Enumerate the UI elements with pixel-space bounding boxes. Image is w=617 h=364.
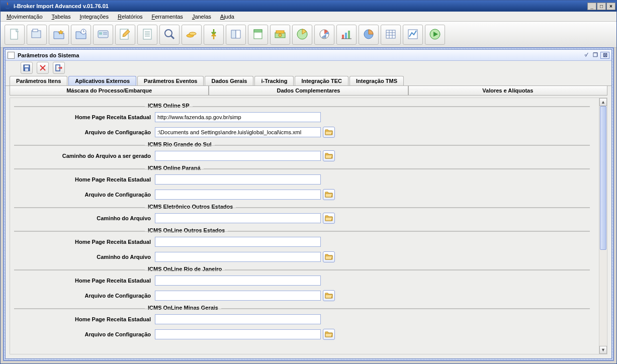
chart-bar-color-button[interactable] [336,25,357,45]
field-input[interactable] [155,190,321,200]
tab-para-metros-eventos[interactable]: Parâmetros Eventos [137,76,204,85]
java-icon [4,2,12,10]
subtab-ma-scara-do-processo-embarque[interactable]: Máscara do Processo/Embarque [10,86,209,96]
group-icms-eletr-nico-outros-estados: ICMS Eletrônico Outros EstadosCaminho do… [14,207,590,226]
chart-pie-red-button[interactable] [314,25,334,45]
svg-rect-27 [345,33,347,39]
svg-rect-41 [25,68,28,71]
minimize-button[interactable]: _ [587,3,596,10]
svg-rect-28 [348,31,350,39]
coins-button[interactable] [182,25,202,45]
tab-para-metros-itens[interactable]: Parâmetros Itens [10,76,67,85]
field-input[interactable] [155,291,321,301]
svg-rect-26 [342,35,344,39]
field-input[interactable] [155,112,321,122]
menu-integracoes[interactable]: Integrações [76,13,112,21]
sheet-green-button[interactable] [248,25,268,45]
field-input[interactable] [155,174,321,185]
doc-open-button[interactable] [27,25,47,45]
group-title: ICMS Rio Grande do Sul [145,141,215,147]
browse-button[interactable] [323,189,335,200]
field-input[interactable] [155,329,321,339]
inner-window-titlebar: Parâmetros do Sistema ▫⁄ ❐ ⊠ [6,50,611,61]
field-input[interactable] [155,276,321,286]
table-grid-button[interactable] [381,25,401,45]
field-label: Arquivo de Configuração [14,331,155,337]
folder-star-button[interactable] [49,25,69,45]
form-row: Arquivo de Configuração [14,125,590,140]
field-input[interactable] [155,127,321,137]
folder-open-icon [325,253,333,261]
folder-clock-button[interactable] [71,25,91,45]
svg-point-18 [189,32,196,35]
book-pages-button[interactable] [226,25,246,45]
form-row: Home Page Receita Estadual [14,312,590,327]
browse-button[interactable] [323,329,335,340]
svg-rect-2 [33,29,38,32]
scroll-down-button[interactable]: ▼ [599,346,607,354]
scroll-up-button[interactable]: ▲ [599,98,607,106]
tab-aplicativos-externos[interactable]: Aplicativos Externos [68,76,136,85]
subtab-valores-e-ali-quotas[interactable]: Valores e Alíquotas [408,86,607,96]
money-stack-button[interactable] [270,25,290,45]
money-stack-icon [274,28,287,42]
search-magnifier-button[interactable] [159,25,180,45]
field-input[interactable] [155,151,321,161]
group-title: ICMS Online SP [145,103,193,109]
doc-new-button[interactable] [5,25,25,45]
edit-pencil-button[interactable] [115,25,135,45]
svg-rect-20 [254,30,262,32]
maximize-button[interactable]: □ [597,3,606,10]
form-row: Home Page Receita Estadual [14,273,590,288]
browse-button[interactable] [323,290,335,301]
field-label: Home Page Receita Estadual [14,114,155,120]
table-grid-icon [384,28,397,42]
field-input[interactable] [155,314,321,324]
close-button[interactable]: × [606,3,615,10]
scroll-thumb[interactable] [600,106,606,250]
inner-minimize-button[interactable]: ▫⁄ [581,52,590,59]
inner-maximize-button[interactable]: ❐ [591,52,600,59]
doc-lines-button[interactable] [137,25,157,45]
menu-movimentacao[interactable]: Movimentação [4,13,46,21]
menu-relatorios[interactable]: Relatórios [115,13,146,21]
menu-janelas[interactable]: Janelas [189,13,214,21]
arrows-exchange-button[interactable] [204,25,224,45]
delete-button[interactable] [37,62,49,74]
group-icms-online-sp: ICMS Online SPHome Page Receita Estadual… [14,106,590,140]
form-row: Home Page Receita Estadual [14,110,590,125]
doc-new-icon [8,28,21,42]
browse-button[interactable] [323,251,335,262]
field-input[interactable] [155,237,321,247]
folder-open-icon [325,330,333,338]
browse-button[interactable] [323,150,335,161]
tab-integrac-a-o-tms[interactable]: Integração TMS [349,76,404,85]
tab-dados-gerais[interactable]: Dados Gerais [205,76,253,85]
chart-bar-color-icon [340,28,353,42]
exit-button[interactable] [53,62,65,74]
browse-button[interactable] [323,127,335,138]
save-button[interactable] [21,62,33,74]
form-row: Caminho do Arquivo a ser gerado [14,148,590,163]
inner-close-button[interactable]: ⊠ [600,52,609,59]
menu-ajuda[interactable]: Ajuda [217,13,237,21]
card-button[interactable] [93,25,113,45]
tab-integrac-a-o-tec[interactable]: Integração TEC [295,76,348,85]
tab-i-tracking[interactable]: i-Tracking [254,76,294,85]
menu-ferramentas[interactable]: Ferramentas [149,13,186,21]
vertical-scrollbar[interactable]: ▲ ▼ [599,98,607,354]
edit-pencil-icon [119,28,132,42]
pie-blue-button[interactable] [359,25,379,45]
field-input[interactable] [155,213,321,223]
play-green-button[interactable] [425,25,445,45]
browse-button[interactable] [323,213,335,224]
subtab-dados-complementares[interactable]: Dados Complementares [209,86,408,96]
chart-triangle-button[interactable] [403,25,423,45]
chart-green-button[interactable] [292,25,312,45]
card-icon [97,28,110,42]
field-label: Home Page Receita Estadual [14,239,155,245]
menu-tabelas[interactable]: Tabelas [49,13,74,21]
folder-open-icon [325,128,333,136]
field-input[interactable] [155,252,321,262]
field-label: Caminho do Arquivo [14,215,155,221]
